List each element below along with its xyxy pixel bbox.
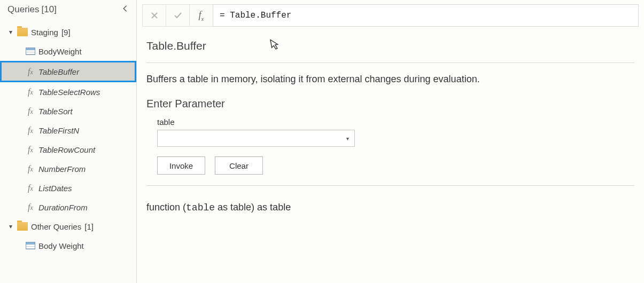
query-item-numberfrom[interactable]: NumberFrom bbox=[0, 159, 136, 178]
function-description: Buffers a table in memory, isolating it … bbox=[146, 72, 634, 98]
fx-icon bbox=[26, 164, 35, 174]
query-item-bodyweight[interactable]: BodyWeight bbox=[0, 42, 136, 61]
queries-tree: ▾ Staging [9] BodyWeight TableBuffer Tab… bbox=[0, 21, 136, 256]
query-label: ListDates bbox=[38, 184, 72, 193]
invoke-button[interactable]: Invoke bbox=[157, 156, 205, 175]
function-name: Table.Buffer bbox=[146, 40, 206, 52]
fx-icon bbox=[26, 87, 35, 97]
query-label: TableSelectRows bbox=[38, 88, 100, 97]
folder-icon bbox=[17, 222, 28, 231]
query-item-body-weight[interactable]: Body Weight bbox=[0, 236, 136, 255]
queries-title: Queries bbox=[7, 4, 40, 15]
clear-label: Clear bbox=[229, 161, 249, 170]
query-item-tablebuffer[interactable]: TableBuffer bbox=[0, 61, 136, 82]
query-item-tableselectrows[interactable]: TableSelectRows bbox=[0, 82, 136, 101]
query-item-listdates[interactable]: ListDates bbox=[0, 178, 136, 198]
fx-icon bbox=[26, 67, 35, 76]
query-item-durationfrom[interactable]: DurationFrom bbox=[0, 198, 136, 217]
formula-fx-button[interactable]: fx bbox=[189, 4, 213, 27]
query-label: NumberFrom bbox=[38, 164, 86, 174]
queries-count: [10] bbox=[42, 4, 57, 15]
main-area: fx = Table.Buffer Table.Buffer Buffers a… bbox=[137, 0, 644, 283]
sig-prefix: function ( bbox=[146, 202, 186, 213]
group-count: [1] bbox=[84, 222, 94, 231]
sig-rest: as table) as table bbox=[215, 202, 291, 213]
clear-button[interactable]: Clear bbox=[215, 156, 263, 175]
param-label: table bbox=[146, 117, 634, 130]
fx-icon bbox=[26, 125, 35, 135]
query-item-tablefirstn[interactable]: TableFirstN bbox=[0, 121, 136, 140]
fx-icon bbox=[26, 183, 35, 193]
param-table-select[interactable]: ▾ bbox=[157, 130, 355, 147]
fx-icon bbox=[26, 202, 35, 212]
group-label: Staging bbox=[31, 28, 58, 37]
caret-down-icon[interactable]: ▾ bbox=[7, 223, 14, 230]
function-signature: function (table as table) as table bbox=[146, 194, 634, 213]
formula-text: = Table.Buffer bbox=[220, 11, 291, 20]
sig-arg: table bbox=[186, 202, 215, 213]
formula-cancel-button[interactable] bbox=[142, 4, 166, 27]
query-label: TableFirstN bbox=[38, 126, 79, 135]
formula-input[interactable]: = Table.Buffer bbox=[213, 4, 639, 27]
fx-icon: fx bbox=[199, 10, 204, 22]
group-other-queries[interactable]: ▾ Other Queries [1] bbox=[0, 217, 136, 236]
divider bbox=[146, 185, 634, 186]
group-staging[interactable]: ▾ Staging [9] bbox=[0, 22, 136, 42]
table-icon bbox=[26, 242, 35, 249]
mouse-cursor-icon bbox=[269, 38, 281, 54]
fx-icon bbox=[26, 106, 35, 116]
query-label: TableSort bbox=[38, 107, 73, 116]
divider bbox=[146, 62, 634, 63]
group-label: Other Queries bbox=[31, 222, 81, 231]
folder-icon bbox=[17, 28, 28, 36]
query-label: DurationFrom bbox=[38, 203, 88, 212]
chevron-down-icon: ▾ bbox=[346, 136, 349, 142]
group-count: [9] bbox=[61, 28, 71, 37]
invoke-label: Invoke bbox=[169, 161, 193, 170]
query-label: TableRowCount bbox=[38, 145, 95, 154]
query-item-tablerowcount[interactable]: TableRowCount bbox=[0, 140, 136, 159]
queries-header: Queries [10] bbox=[0, 0, 136, 21]
queries-pane: Queries [10] ▾ Staging [9] BodyWeight Ta… bbox=[0, 0, 137, 283]
query-item-tablesort[interactable]: TableSort bbox=[0, 101, 136, 121]
function-doc: Table.Buffer Buffers a table in memory, … bbox=[137, 27, 644, 283]
formula-commit-button[interactable] bbox=[166, 4, 189, 27]
collapse-pane-chevron-icon[interactable] bbox=[119, 5, 131, 14]
table-icon bbox=[26, 48, 35, 55]
caret-down-icon[interactable]: ▾ bbox=[7, 28, 14, 36]
query-label: Body Weight bbox=[38, 241, 84, 250]
query-label: TableBuffer bbox=[38, 67, 79, 76]
fx-icon bbox=[26, 145, 35, 154]
formula-bar: fx = Table.Buffer bbox=[142, 4, 639, 27]
enter-parameter-heading: Enter Parameter bbox=[146, 98, 634, 117]
query-label: BodyWeight bbox=[38, 47, 82, 56]
